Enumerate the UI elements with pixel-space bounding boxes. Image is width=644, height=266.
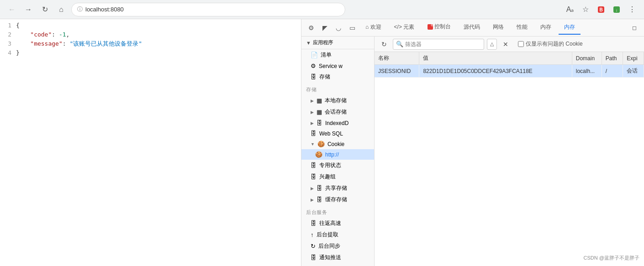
- code-line-3: 3 "message": "该账号已从其他设备登录": [0, 39, 301, 48]
- col-header-expiry[interactable]: Expi: [623, 52, 644, 65]
- cookie-icon: 🍪: [317, 141, 325, 147]
- line-content-2: "code": -1,: [16, 30, 69, 39]
- localstorage-arrow-icon: ▶: [311, 99, 314, 103]
- refresh-button[interactable]: ↻: [38, 3, 51, 16]
- code-panel: 1 { 2 "code": -1, 3 "message": "该账号已从其他设…: [0, 19, 301, 266]
- code-line-1: 1 {: [0, 21, 301, 30]
- cookie-table: 名称 值 Domain Path Expi JSESSIONID 822D1D1…: [375, 52, 644, 266]
- line-content-3: "message": "该账号已从其他设备登录": [16, 39, 142, 48]
- code-val-code: -1: [59, 31, 66, 38]
- search-input[interactable]: [405, 41, 481, 47]
- cookie-options: 仅显示有问题的 Cookie: [518, 40, 583, 48]
- home-button[interactable]: ⌂: [55, 3, 68, 16]
- col-header-path[interactable]: Path: [602, 52, 623, 65]
- forward-button[interactable]: →: [22, 3, 35, 16]
- reader-mode-button[interactable]: Aₐ: [564, 3, 576, 16]
- sidebar-item-indexeddb[interactable]: ▶ 🗄 IndexedD: [301, 118, 374, 128]
- tab-welcome[interactable]: ⌂ 欢迎: [360, 21, 387, 35]
- tab-performance[interactable]: 性能: [511, 21, 533, 35]
- only-issues-label: 仅显示有问题的 Cookie: [526, 40, 583, 48]
- tab-welcome-home-icon: ⌂: [365, 24, 369, 30]
- cachestorage-arrow-icon: ▶: [311, 198, 314, 202]
- line-num-1: 1: [0, 21, 16, 30]
- tab-sources[interactable]: 源代码: [458, 21, 486, 35]
- filter-icon: △: [490, 41, 494, 47]
- tab-application[interactable]: 内存: [559, 21, 581, 35]
- sidebar: ▼ 应用程序 📄 清单 ⚙ Service w 🗄 存储 存储 ▶: [301, 37, 375, 266]
- sidebar-section-storage-label: 存储: [301, 83, 374, 95]
- menu-button[interactable]: ⋮: [626, 3, 639, 16]
- cookie-http-icon: 🍪: [315, 151, 322, 158]
- tab-network[interactable]: 网络: [487, 21, 509, 35]
- tab-elements-code-icon: </>: [394, 24, 402, 30]
- sessionstorage-arrow-icon: ▶: [311, 110, 314, 115]
- watermark: CSDN @蓝胖子不是胖子: [584, 255, 639, 261]
- sidebar-section-app[interactable]: ▼ 应用程序: [301, 37, 374, 49]
- code-val-message: "该账号已从其他设备登录": [69, 40, 142, 47]
- bookmark-button[interactable]: ☆: [579, 3, 592, 16]
- tab-elements[interactable]: </> 元素: [389, 21, 420, 35]
- sharedstorage-arrow-icon: ▶: [311, 186, 314, 191]
- app-section-icon: ▼: [306, 40, 311, 46]
- sidebar-item-interestgroup[interactable]: 🗄 兴趣组: [301, 171, 374, 183]
- devtools-toolbar: ⚙ ◤ ◡ ▭ ⌂ 欢迎 </> 元素 控制台 源代码 网络 性能 内存 内: [301, 19, 644, 37]
- notification-icon: 🗄: [311, 254, 317, 261]
- sidebar-item-backcache[interactable]: 🗄 往返高速: [301, 218, 374, 229]
- console-icon: [427, 24, 433, 30]
- sessionstorage-icon: ▦: [317, 109, 322, 115]
- line-content-4: }: [16, 48, 20, 57]
- address-bar[interactable]: ⓘ localhost:8080: [71, 3, 345, 16]
- backcache-icon: 🗄: [311, 220, 317, 227]
- sidebar-item-cookie[interactable]: ▼ 🍪 Cookie: [301, 139, 374, 149]
- sharedstorage-icon: 🗄: [317, 185, 322, 192]
- sidebar-item-manifest[interactable]: 📄 清单: [301, 49, 374, 61]
- back-button[interactable]: ←: [5, 3, 18, 16]
- serviceworker-icon: ⚙: [311, 63, 316, 69]
- cookie-clear-button[interactable]: ✕: [500, 38, 512, 50]
- cookie-name-cell: JSESSIONID: [375, 65, 419, 78]
- filter-options-button[interactable]: △: [487, 39, 497, 50]
- devtools-sidebar-button[interactable]: ▭: [346, 22, 358, 34]
- sidebar-item-storage-root[interactable]: 🗄 存储: [301, 71, 374, 83]
- cookie-toolbar: ↻ 🔍 △ ✕ 仅显示有问题的 Cookie: [375, 37, 644, 52]
- sidebar-item-sharedstorage[interactable]: ▶ 🗄 共享存储: [301, 183, 374, 194]
- sidebar-item-sessionstorage[interactable]: ▶ ▦ 会话存储: [301, 106, 374, 118]
- svg-text:B: B: [599, 7, 602, 12]
- search-box[interactable]: 🔍: [393, 39, 484, 50]
- browser-actions: Aₐ ☆ B ↓ ⋮: [564, 3, 639, 16]
- manifest-icon: 📄: [311, 52, 318, 58]
- storage-root-icon: 🗄: [311, 73, 317, 80]
- svg-text:↓: ↓: [616, 8, 618, 12]
- sidebar-item-websql[interactable]: 🗄 Web SQL: [301, 128, 374, 139]
- sidebar-section-backend-label: 后台服务: [301, 205, 374, 218]
- col-header-value[interactable]: 值: [419, 52, 572, 65]
- devtools-device-button[interactable]: ◤: [319, 22, 331, 34]
- sidebar-item-cachestorage[interactable]: ▶ 🗄 缓存存储: [301, 194, 374, 205]
- websql-icon: 🗄: [311, 130, 317, 137]
- svg-point-5: [431, 24, 433, 26]
- tab-memory[interactable]: 内存: [535, 21, 557, 35]
- line-num-4: 4: [0, 48, 16, 57]
- url-text: localhost:8080: [85, 6, 124, 13]
- table-row[interactable]: JSESSIONID 822D1D1DE1D05C0DDCEF429A3FCA1…: [375, 65, 644, 78]
- main-content: 1 { 2 "code": -1, 3 "message": "该账号已从其他设…: [0, 19, 644, 266]
- sidebar-item-localstorage[interactable]: ▶ ▦ 本地存储: [301, 95, 374, 106]
- extension-button2[interactable]: ↓: [610, 3, 623, 16]
- tab-expand-icon[interactable]: ◻: [628, 22, 640, 34]
- extension-button1[interactable]: B: [595, 3, 607, 16]
- sidebar-item-privatestate[interactable]: 🗄 专用状态: [301, 160, 374, 171]
- sidebar-item-notification[interactable]: 🗄 通知推送: [301, 252, 374, 263]
- col-header-name[interactable]: 名称: [375, 52, 419, 65]
- devtools-settings-button[interactable]: ⚙: [305, 22, 317, 34]
- sidebar-item-backfetch[interactable]: ↑ 后台提取: [301, 229, 374, 240]
- only-issues-checkbox[interactable]: [518, 41, 524, 47]
- col-header-domain[interactable]: Domain: [572, 52, 602, 65]
- sidebar-item-serviceworker[interactable]: ⚙ Service w: [301, 61, 374, 71]
- cookie-refresh-button[interactable]: ↻: [378, 38, 390, 50]
- tab-console[interactable]: 控制台: [422, 20, 456, 35]
- devtools-inspect-button[interactable]: ◡: [333, 22, 344, 34]
- cachestorage-icon: 🗄: [317, 196, 322, 203]
- indexeddb-arrow-icon: ▶: [311, 121, 314, 125]
- sidebar-item-backsync[interactable]: ↻ 后台同步: [301, 240, 374, 252]
- sidebar-item-cookie-http[interactable]: 🍪 http://: [301, 149, 374, 160]
